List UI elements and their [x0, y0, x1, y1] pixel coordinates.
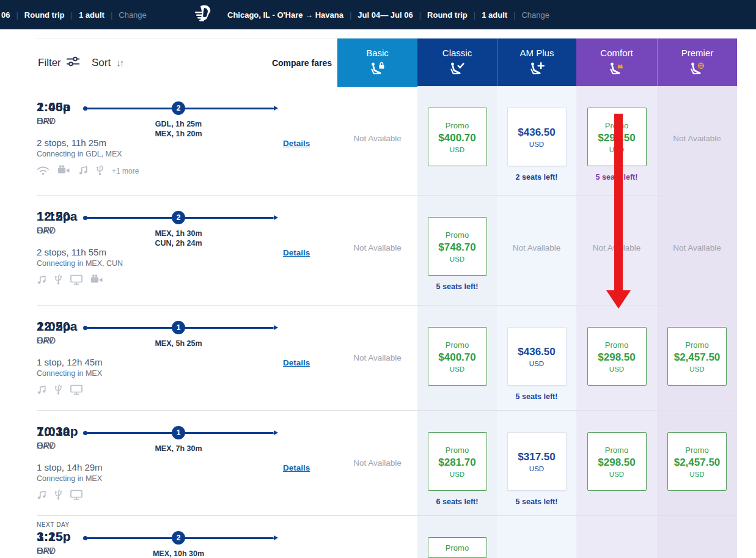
trip-summary-right: Chicago, IL - O'Hare → Havana | Jul 04— …	[227, 0, 549, 29]
route-text: Chicago, IL - O'Hare → Havana	[227, 10, 343, 20]
trip-dates: Jul 04— Jul 06	[358, 10, 413, 20]
fare-tab-label: Premier	[681, 48, 714, 58]
fare-currency: USD	[689, 471, 704, 478]
compare-fares-button[interactable]: Compare fares	[272, 39, 332, 87]
airline-eagle-logo	[192, 4, 215, 28]
classic-fare-card[interactable]: Promo$400.70USD	[428, 108, 487, 166]
fare-currency: USD	[450, 471, 464, 478]
fare-tab-premier[interactable]: Premier	[657, 39, 737, 87]
video-icon	[90, 274, 103, 287]
fare-not-available: Not Available	[673, 134, 721, 143]
fare-cell-amplus: $317.50USD5 seats left!	[497, 411, 576, 515]
seat-check-icon	[449, 62, 465, 78]
stops-duration: 2 stops, 11h 55m	[37, 247, 106, 257]
classic-fare-card[interactable]: Promo$281.70USD	[428, 432, 487, 491]
classic-fare-card[interactable]: Promo$400.70USD	[428, 327, 487, 386]
fare-price: $400.70	[438, 132, 475, 144]
flight-row: 12:20aORD2MEX, 1h 30mCUN, 2h 24m1:15pHAV…	[37, 196, 737, 306]
sort-label: Sort	[92, 57, 111, 69]
fare-currency: USD	[609, 365, 624, 373]
stop-count-badge: 2	[172, 531, 185, 545]
comfort-fare-card[interactable]: Promo$298.50USD	[587, 108, 647, 166]
fare-cell-classic: Promo$748.70USD5 seats left!	[417, 196, 497, 305]
fare-tab-classic[interactable]: Classic	[417, 39, 497, 87]
amplus-fare-card[interactable]: $317.50USD	[507, 432, 567, 491]
fare-tab-label: Comfort	[600, 48, 633, 58]
arrival-time: 2:05p	[37, 319, 71, 334]
fare-class-tabs: Basic Classic AM Plus Comfort Premier	[337, 39, 737, 87]
fare-cell-amplus: $436.50USD2 seats left!	[497, 86, 576, 195]
amplus-fare-card[interactable]: $436.50USD	[507, 108, 567, 166]
fare-cell-premier: Promo$2,457.50USD	[657, 411, 737, 515]
fare-price: $317.50	[518, 451, 555, 463]
stops-duration: 1 stop, 12h 45m	[37, 357, 103, 367]
music-icon	[37, 384, 46, 397]
more-amenities-link[interactable]: +1 more	[112, 167, 139, 175]
fare-cell-basic: Not Available	[337, 86, 417, 195]
classic-fare-card[interactable]: Promo$748.70USD	[428, 217, 487, 276]
fare-currency: USD	[450, 365, 464, 373]
fare-currency: USD	[450, 255, 464, 263]
wifi-icon	[37, 165, 50, 178]
separator: |	[16, 10, 18, 20]
fare-currency: USD	[450, 146, 464, 153]
connecting-airports: Connecting in GDL, MEX	[37, 150, 122, 158]
stop-count-badge: 2	[172, 101, 185, 115]
flight-details-link[interactable]: Details	[283, 358, 310, 367]
fare-tab-basic[interactable]: Basic	[337, 39, 417, 87]
monitor-icon	[70, 384, 83, 397]
stop-detail-line: MEX, 7h 30m	[127, 444, 230, 453]
comfort-fare-card[interactable]: Promo$298.50USD	[587, 327, 647, 386]
trip-summary-bar: 06 | Round trip | 1 adult | Change Chica…	[0, 0, 756, 29]
video-icon	[57, 165, 70, 177]
usb-icon	[54, 274, 62, 287]
fare-currency: USD	[529, 465, 544, 472]
change-trip-button[interactable]: Change	[119, 10, 147, 20]
amenity-icons	[37, 274, 103, 287]
seats-left-note: 5 seats left!	[516, 392, 558, 401]
premier-fare-card[interactable]: Promo$2,457.50USD	[667, 432, 727, 491]
promo-label: Promo	[446, 230, 469, 240]
fare-cell-premier: Not Available	[657, 196, 737, 305]
flight-details-link[interactable]: Details	[283, 248, 310, 257]
music-icon	[37, 274, 46, 287]
arrival-airport: HAV	[37, 226, 71, 235]
amenity-icons	[37, 384, 83, 397]
fare-tab-comfort[interactable]: Comfort	[576, 39, 657, 87]
change-trip-button[interactable]: Change	[521, 10, 549, 20]
fare-cell-amplus: $436.50USD5 seats left!	[497, 306, 576, 410]
fare-cell-classic: Promo	[417, 516, 497, 558]
flight-details-link[interactable]: Details	[283, 463, 310, 472]
usb-icon	[54, 384, 62, 397]
arrival-airport: HAV	[37, 441, 78, 450]
comfort-fare-card[interactable]: Promo$298.50USD	[587, 432, 647, 491]
arrival-block: 1:15pHAV	[37, 209, 71, 235]
timeline-end-arrow-icon	[274, 325, 278, 330]
amplus-fare-card[interactable]: $436.50USD	[507, 327, 567, 386]
separator: |	[71, 10, 73, 20]
fare-tab-label: Classic	[442, 48, 472, 58]
fare-currency: USD	[609, 146, 624, 153]
flight-results-page: 06 | Round trip | 1 adult | Change Chica…	[0, 0, 756, 558]
seats-left-note: 5 seats left!	[516, 497, 558, 506]
filter-button[interactable]: Filter	[38, 39, 80, 87]
flight-details-link[interactable]: Details	[283, 139, 310, 148]
fare-tab-am-plus[interactable]: AM Plus	[497, 39, 576, 87]
arrival-airport: HAV	[37, 546, 71, 556]
fare-price: $298.50	[598, 351, 635, 364]
promo-label: Promo	[605, 121, 628, 130]
stop-details: MEX, 1h 30mCUN, 2h 24m	[127, 229, 230, 248]
promo-label: Promo	[605, 340, 628, 350]
classic-fare-card[interactable]: Promo	[428, 537, 487, 558]
promo-label: Promo	[605, 446, 628, 455]
premier-fare-card[interactable]: Promo$2,457.50USD	[667, 327, 727, 386]
fare-not-available: Not Available	[513, 243, 561, 252]
seats-left-note: 5 seats left!	[596, 173, 638, 182]
stop-detail-line: MEX, 10h 30m	[127, 549, 230, 558]
sort-button[interactable]: Sort ↓↑	[92, 39, 123, 87]
arrival-time: 1:15p	[37, 529, 71, 544]
promo-label: Promo	[685, 446, 708, 455]
trip-dates-fragment: 06	[1, 10, 10, 20]
seat-plus-icon	[529, 62, 545, 78]
stop-detail-line: MEX, 5h 25m	[127, 339, 230, 348]
